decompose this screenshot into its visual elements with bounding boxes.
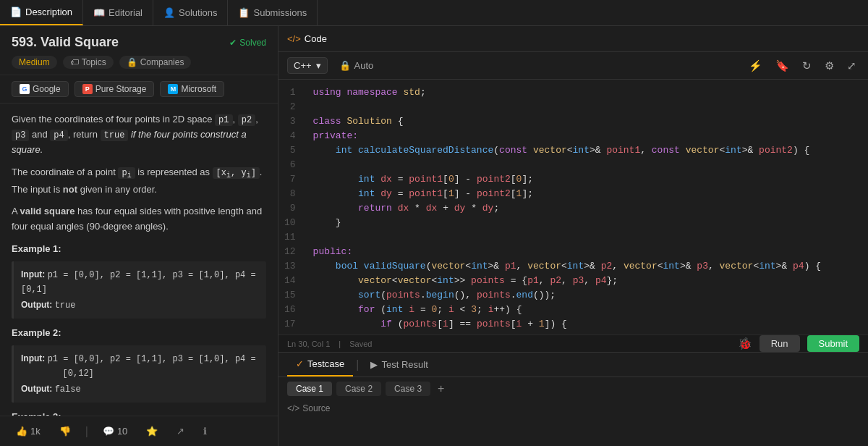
emoji-button[interactable]: 🐞 bbox=[738, 337, 752, 350]
tab-editorial[interactable]: 📖 Editorial bbox=[83, 0, 153, 25]
left-panel: 593. Valid Square ✔ Solved Medium 🏷 Topi… bbox=[0, 26, 278, 446]
code-line-17: if (points[i] == points[i + 1]) { bbox=[305, 317, 868, 332]
comment-icon: 💬 bbox=[103, 426, 114, 437]
google-label: Google bbox=[33, 84, 61, 94]
solved-check-icon: ✔ bbox=[229, 38, 237, 48]
example2-box: Input: p1 = [0,0], p2 = [1,1], p3 = [1,0… bbox=[12, 345, 266, 403]
google-button[interactable]: G Google bbox=[12, 81, 69, 97]
code-line-16: for (int i = 0; i < 3; i++) { bbox=[305, 303, 868, 317]
comments-button[interactable]: 💬 10 bbox=[98, 423, 132, 439]
right-arrow-icon: ▶ bbox=[370, 359, 378, 370]
example2-title: Example 2: bbox=[12, 326, 266, 341]
submit-button[interactable]: Submit bbox=[807, 335, 859, 352]
description-icon: 📄 bbox=[10, 7, 22, 17]
action-bar: 👍 1k 👎 | 💬 10 ⭐ ↗ ℹ bbox=[0, 416, 278, 446]
google-logo: G bbox=[20, 84, 30, 94]
difficulty-button[interactable]: Medium bbox=[12, 56, 57, 69]
difficulty-tags: Medium 🏷 Topics 🔒 Companies bbox=[12, 56, 266, 69]
case2-tab[interactable]: Case 2 bbox=[336, 382, 381, 396]
share-button[interactable]: ↗ bbox=[172, 423, 189, 439]
testcase-label: Testcase bbox=[307, 358, 344, 369]
tab-description[interactable]: 📄 Description bbox=[0, 0, 83, 25]
code-toolbar: C++ ▾ 🔒 Auto ⚡ 🔖 ↻ ⚙ ⤢ bbox=[278, 52, 868, 80]
code-icon: </> bbox=[287, 33, 301, 44]
right-panel: </> Code C++ ▾ 🔒 Auto ⚡ 🔖 ↻ ⚙ bbox=[278, 26, 868, 446]
purestorage-button[interactable]: P Pure Storage bbox=[75, 81, 155, 97]
problem-header: 593. Valid Square ✔ Solved Medium 🏷 Topi… bbox=[0, 26, 278, 75]
tag-icon: 🏷 bbox=[70, 57, 79, 67]
microsoft-label: Microsoft bbox=[181, 84, 216, 94]
companies-icon: 🔒 bbox=[127, 57, 137, 67]
submissions-icon: 📋 bbox=[238, 7, 250, 18]
code-line-7: int dx = point1[0] - point2[0]; bbox=[305, 172, 868, 187]
language-selector[interactable]: C++ ▾ bbox=[287, 57, 328, 74]
companies-button[interactable]: 🔒 Companies bbox=[119, 56, 192, 69]
code-line-13: bool validSquare(vector<int>& p1, vector… bbox=[305, 259, 868, 274]
save-status: Saved bbox=[349, 340, 372, 348]
microsoft-button[interactable]: M Microsoft bbox=[160, 81, 224, 97]
line-numbers: 1 2 3 4 5 6 7 8 9 10 11 12 13 14 15 16 1… bbox=[278, 80, 305, 334]
solutions-icon: 👤 bbox=[163, 7, 175, 18]
code-line-9: return dx * dx + dy * dy; bbox=[305, 201, 868, 216]
solved-badge: ✔ Solved bbox=[229, 38, 266, 48]
expand-button[interactable]: ⤢ bbox=[844, 58, 859, 74]
code-line-11 bbox=[305, 230, 868, 245]
info-button[interactable]: ℹ bbox=[199, 423, 211, 439]
problem-content: Given the coordinates of four points in … bbox=[0, 104, 278, 416]
run-button[interactable]: Run bbox=[760, 335, 800, 352]
thumbs-up-count: 1k bbox=[30, 426, 41, 437]
case3-tab[interactable]: Case 3 bbox=[386, 382, 430, 396]
code-area[interactable]: using namespace std; class Solution { pr… bbox=[305, 80, 868, 334]
description-label: Description bbox=[25, 7, 72, 17]
cursor-position: Ln 30, Col 1 bbox=[287, 340, 330, 348]
tab-submissions[interactable]: 📋 Submissions bbox=[228, 0, 318, 25]
code-line-3: class Solution { bbox=[305, 114, 868, 129]
code-line-10: } bbox=[305, 216, 868, 230]
auto-button[interactable]: 🔒 Auto bbox=[333, 58, 380, 73]
code-editor[interactable]: 1 2 3 4 5 6 7 8 9 10 11 12 13 14 15 16 1… bbox=[278, 80, 868, 334]
topics-button[interactable]: 🏷 Topics bbox=[63, 56, 114, 69]
editorial-icon: 📖 bbox=[93, 7, 105, 18]
microsoft-logo: M bbox=[168, 84, 178, 94]
problem-description-3: A valid square has four equal sides with… bbox=[12, 204, 266, 235]
code-tab[interactable]: </> Code bbox=[287, 33, 327, 44]
main-layout: 593. Valid Square ✔ Solved Medium 🏷 Topi… bbox=[0, 26, 868, 446]
settings-button[interactable]: ⚙ bbox=[822, 58, 837, 74]
refresh-button[interactable]: ↻ bbox=[799, 58, 814, 74]
thumbs-down-button[interactable]: 👎 bbox=[55, 423, 75, 439]
bottom-tabs: ✓ Testcase | ▶ Test Result bbox=[278, 353, 868, 377]
editorial-label: Editorial bbox=[109, 7, 142, 18]
top-navigation: 📄 Description 📖 Editorial 👤 Solutions 📋 … bbox=[0, 0, 868, 26]
purestorage-logo: P bbox=[82, 84, 93, 94]
add-case-button[interactable]: + bbox=[435, 382, 447, 395]
source-label: Source bbox=[302, 403, 330, 413]
tab-solutions[interactable]: 👤 Solutions bbox=[153, 0, 228, 25]
thumbs-up-button[interactable]: 👍 1k bbox=[12, 423, 45, 439]
thumbs-up-icon: 👍 bbox=[16, 426, 27, 437]
format-button[interactable]: ⚡ bbox=[746, 58, 765, 74]
testcase-tab[interactable]: ✓ Testcase bbox=[287, 353, 353, 376]
lock-icon: 🔒 bbox=[339, 60, 351, 71]
test-result-tab[interactable]: ▶ Test Result bbox=[362, 353, 436, 376]
companies-label: Companies bbox=[140, 57, 184, 67]
problem-description-1: Given the coordinates of four points in … bbox=[12, 112, 266, 158]
code-line-1: using namespace std; bbox=[305, 85, 868, 100]
info-icon: ℹ bbox=[203, 426, 207, 437]
problem-description-2: The coordinate of a point pi is represen… bbox=[12, 165, 266, 197]
star-button[interactable]: ⭐ bbox=[142, 423, 162, 439]
example1-box: Input: p1 = [0,0], p2 = [1,1], p3 = [1,0… bbox=[12, 261, 266, 319]
case-tabs-row: Case 1 Case 2 Case 3 + bbox=[278, 377, 868, 400]
solutions-label: Solutions bbox=[179, 7, 217, 18]
problem-title-row: 593. Valid Square ✔ Solved bbox=[12, 35, 266, 50]
bottom-panel: ✓ Testcase | ▶ Test Result Case 1 Case 2… bbox=[278, 352, 868, 446]
code-line-15: sort(points.begin(), points.end()); bbox=[305, 288, 868, 303]
status-left: Ln 30, Col 1 | Saved bbox=[287, 340, 372, 348]
example1-title: Example 1: bbox=[12, 242, 266, 257]
case1-tab[interactable]: Case 1 bbox=[287, 382, 332, 396]
topics-label: Topics bbox=[82, 57, 106, 67]
code-tab-label: Code bbox=[305, 33, 327, 44]
bookmark-button[interactable]: 🔖 bbox=[773, 58, 792, 74]
submissions-label: Submissions bbox=[253, 7, 307, 18]
status-bar: Ln 30, Col 1 | Saved 🐞 Run Submit bbox=[278, 334, 868, 352]
testcase-check-icon: ✓ bbox=[296, 358, 304, 369]
